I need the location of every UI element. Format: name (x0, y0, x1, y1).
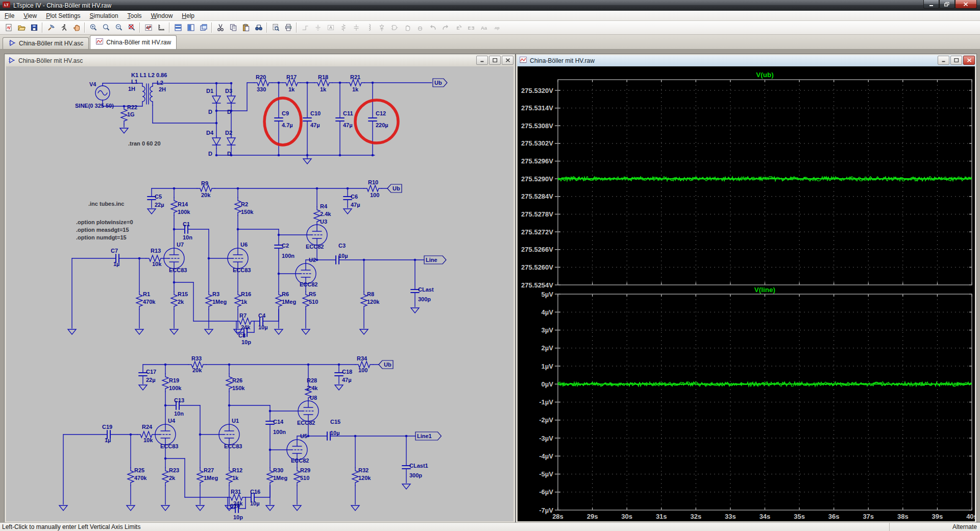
svg-text:35s: 35s (794, 513, 805, 520)
zoom-back-button[interactable] (100, 21, 112, 34)
run-button[interactable] (57, 21, 70, 34)
cascade-button[interactable] (197, 21, 210, 34)
mdi-area: China-Böller mit HV.asc UbUbLineUbLine1K… (0, 50, 980, 522)
component-label: 1Meg (282, 299, 296, 305)
component-label: CLast (418, 286, 434, 293)
menu-tools[interactable]: Tools (123, 11, 146, 20)
component-label: R34 (357, 355, 368, 361)
component-label: 10p (241, 339, 251, 345)
menu-help[interactable]: Help (177, 11, 199, 20)
component-label: R12 (232, 467, 242, 473)
toolbar-separator (84, 22, 85, 33)
component-label: R15 (178, 291, 188, 297)
component-label: C12 (376, 110, 386, 116)
trace-legend[interactable]: V(line) (754, 286, 775, 294)
minimize-button[interactable] (923, 0, 939, 9)
inductor-button (362, 21, 375, 34)
schematic-svg[interactable]: UbUbLineUbLine1K1 L1 L2 0.86V4SINE(0 325… (6, 66, 513, 521)
component-label: R28 (307, 377, 317, 383)
tile-horizontally-button[interactable] (184, 21, 197, 34)
text-button: Aa (477, 21, 490, 34)
trace-legend[interactable]: V(ub) (756, 71, 774, 79)
main-titlebar[interactable]: LT LTspice IV - China-Böller mit HV.raw (0, 0, 980, 11)
waveform-canvas[interactable]: 275.5320V275.5314V275.5308V275.5302V275.… (518, 66, 975, 521)
component-label: R24 (142, 424, 153, 430)
waveform-maximize-button[interactable] (950, 56, 962, 65)
app-icon: LT (3, 1, 10, 10)
paste-button[interactable] (239, 21, 252, 34)
schematic-maximize-button[interactable] (489, 56, 501, 65)
capacitor-button (350, 21, 362, 34)
svg-text:Line: Line (426, 257, 437, 263)
tab-0[interactable]: China-Böller mit HV.asc (3, 37, 89, 49)
waveform-minimize-button[interactable] (938, 56, 949, 65)
new-schematic-button[interactable] (2, 21, 15, 34)
schematic-minimize-button[interactable] (476, 56, 488, 65)
tile-vertically-button[interactable] (172, 21, 184, 34)
save-button[interactable] (28, 21, 40, 34)
menu-file[interactable]: File (0, 11, 19, 20)
zoom-out-button[interactable] (112, 21, 125, 34)
print-button[interactable] (282, 21, 295, 34)
svg-text:-5µV: -5µV (539, 470, 553, 478)
svg-text:LT: LT (4, 3, 9, 7)
component-label: C17 (146, 369, 156, 375)
component-label: 1k (320, 86, 327, 92)
restore-button[interactable] (939, 0, 955, 9)
component-label: C7 (111, 248, 118, 254)
menu-view[interactable]: View (19, 11, 41, 20)
component-label: D (227, 151, 231, 157)
resistor-button (337, 21, 350, 34)
copy-button[interactable] (227, 21, 239, 34)
find-button[interactable] (252, 21, 265, 34)
component-label: C19 (102, 424, 112, 430)
open-button[interactable] (15, 21, 28, 34)
menu-plot-settings[interactable]: Plot Settings (41, 11, 85, 20)
control-panel-button[interactable] (44, 21, 57, 34)
component-label: 120k (358, 475, 371, 481)
component-label: 300p (418, 296, 431, 302)
menubar: FileViewPlot SettingsSimulationToolsWind… (0, 11, 980, 21)
schematic-canvas[interactable]: UbUbLineUbLine1K1 L1 L2 0.86V4SINE(0 325… (6, 66, 513, 521)
toolbar-separator (139, 22, 140, 33)
svg-text:275.5278V: 275.5278V (521, 210, 553, 218)
waveform-svg[interactable]: 275.5320V275.5314V275.5308V275.5302V275.… (518, 66, 975, 521)
component-label: 100 (358, 367, 368, 373)
component-label: R17 (286, 74, 297, 80)
component-label: R21 (350, 74, 360, 80)
cut-button[interactable] (214, 21, 227, 34)
component-label: 10µ (258, 324, 268, 330)
move-button (401, 21, 413, 34)
zoom-full-extents-button[interactable] (125, 21, 138, 34)
menu-window[interactable]: Window (146, 11, 178, 20)
plot-settings-button[interactable] (155, 21, 167, 34)
halt-button[interactable] (70, 21, 83, 34)
component-label: 10µ (338, 253, 348, 259)
close-button[interactable] (955, 0, 977, 9)
component-label: ECC83 (169, 267, 187, 273)
autorange-button[interactable] (142, 21, 155, 34)
component-label: 2.4k (307, 385, 318, 391)
component-label: ECC83 (160, 443, 178, 449)
component-label: 47µ (343, 122, 353, 128)
waveform-window-titlebar[interactable]: China-Böller mit HV.raw (517, 55, 975, 66)
mirror-button: EƎ (464, 21, 477, 34)
component-label: R7 (239, 312, 247, 319)
tab-1[interactable]: China-Böller mit HV.raw (90, 35, 177, 49)
menu-simulation[interactable]: Simulation (85, 11, 123, 20)
schematic-window-titlebar[interactable]: China-Böller mit HV.asc (6, 55, 514, 66)
component-label: 10µ (250, 500, 260, 506)
svg-text:275.5254V: 275.5254V (521, 281, 553, 289)
print-preview-button[interactable] (269, 21, 282, 34)
svg-text:36s: 36s (828, 513, 840, 520)
schematic-close-button[interactable] (502, 56, 513, 65)
zoom-in-button[interactable] (87, 21, 100, 34)
schematic-window-title: China-Böller mit HV.asc (18, 57, 83, 64)
svg-text:34s: 34s (760, 513, 771, 520)
component-label: ECC83 (233, 267, 251, 273)
waveform-close-button[interactable] (963, 56, 975, 65)
component-label: 120k (367, 299, 380, 305)
status-message: Left-Click to manually enter Left Vertic… (0, 523, 140, 530)
svg-text:33s: 33s (725, 513, 736, 520)
svg-text:A: A (329, 25, 332, 30)
